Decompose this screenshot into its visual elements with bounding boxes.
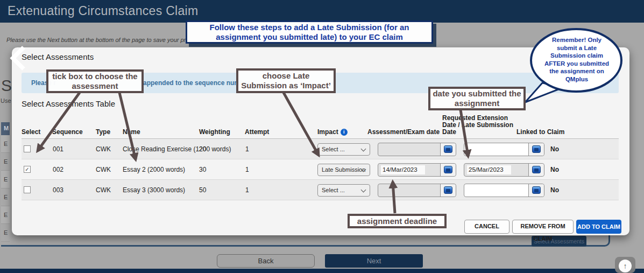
modal-title: Select Assessments [22,52,94,61]
cell-weighting: 20 [199,139,206,159]
header-attempt: Attempt [245,129,269,136]
cell-attempt: 1 [245,180,249,200]
cell-linked-to-claim: No [550,139,559,159]
chevron-down-icon [361,146,366,152]
calendar-icon [532,166,541,173]
calendar-icon [444,145,452,153]
calendar-button[interactable] [440,143,456,156]
add-to-claim-button[interactable]: ADD TO CLAIM [576,220,621,234]
annotation-tick-box: tick box to choose the assessment [46,69,144,93]
info-bar-text-right: appended to the sequence number [143,79,250,87]
requested-date-field[interactable] [464,143,544,156]
info-icon[interactable]: i [341,129,348,136]
assessment-date-value: 14/Mar/2023 [381,165,425,174]
table-row: 001 CWK Close Reading Exercise (1200 wor… [22,139,619,159]
page-title: Extenuating Circumstances Claim [8,4,198,18]
cell-type: CWK [96,159,111,180]
annotation-date-submitted: date you submitted the assignment [428,87,526,110]
calendar-icon [532,186,541,194]
cell-sequence: 003 [53,180,63,200]
assessment-date-field[interactable]: 14/Mar/2023 [378,163,456,177]
header-sequence: Sequence [52,129,83,136]
page: Extenuating Circumstances Claim Please u… [0,0,644,273]
impact-dropdown[interactable]: Late Submission [317,164,370,176]
table-heading: Select Assessments Table [22,99,115,108]
table-header-row: Select Sequence Type Name Weighting Atte… [22,117,619,139]
assessment-date-field[interactable] [378,184,456,197]
scroll-to-top-button[interactable]: ↑ [615,257,635,273]
cell-name: Essay 2 (2000 words) [123,159,185,180]
page-instruction-text: Please use the Next button at the bottom… [6,37,212,43]
header-name: Name [123,129,140,136]
header-linked-to-claim: Linked to Claim [516,129,564,136]
row-checkbox[interactable]: ✓ [24,166,31,173]
header-impact: Impact i [317,129,348,136]
header-weighting: Weighting [199,129,230,136]
background-row-fragment: E [1,135,10,153]
app-header: Extenuating Circumstances Claim [0,0,644,23]
row-checkbox[interactable] [24,145,31,152]
impact-dropdown-value: Select ... [322,146,345,152]
annotation-deadline: assignment deadline [348,214,447,228]
header-impact-label: Impact [317,129,338,136]
impact-dropdown[interactable]: Select ... [317,184,370,197]
calendar-button[interactable] [528,143,544,156]
cell-attempt: 1 [245,139,249,159]
calendar-button[interactable] [440,164,456,176]
header-type: Type [96,129,110,136]
background-table-header-fragment: M [1,122,10,135]
calendar-icon [532,145,541,153]
calendar-button[interactable] [528,164,544,176]
steps-callout: Follow these steps to add a Late Submiss… [186,20,433,44]
calendar-button[interactable] [528,184,544,197]
impact-dropdown[interactable]: Select ... [317,143,370,156]
background-subtext-fragment: Use [1,97,11,104]
bottom-bar [0,269,644,273]
header-assessment-date: Assessment/Exam date [367,129,440,136]
header-requested-date: Requested Extension Date / Late Submissi… [442,115,514,136]
requested-date-field[interactable] [464,184,544,197]
calendar-icon [444,166,452,173]
background-row-fragment: E [1,188,10,206]
table-row: 003 CWK Essay 3 (3000 words) 50 1 Select… [22,180,619,200]
cell-type: CWK [96,180,111,200]
impact-dropdown-value: Late Submission [322,166,365,173]
table-row: ✓ 002 CWK Essay 2 (2000 words) 30 1 Late… [22,159,619,180]
impact-dropdown-value: Select ... [322,187,345,193]
cell-linked-to-claim: No [550,180,559,200]
annotation-impact: choose Late Submission as ‘Impact’ [236,68,336,93]
cell-weighting: 50 [199,180,206,200]
back-button[interactable]: Back [217,254,315,268]
requested-date-value: 25/Mar/2023 [467,165,511,174]
requested-date-field[interactable]: 25/Mar/2023 [464,163,544,177]
speech-bubble-text: Remember! Only submit a Late Submission … [537,36,616,83]
next-button[interactable]: Next [325,254,423,268]
cell-type: CWK [96,139,111,159]
remove-from-claim-button[interactable]: REMOVE FROM CLAIM [512,220,574,234]
cell-linked-to-claim: No [550,159,559,180]
calendar-icon [444,186,452,194]
header-select: Select [22,129,40,136]
cell-attempt: 1 [245,159,249,180]
cell-name: Close Reading Exercise (1200 words) [123,139,231,159]
assessment-date-field[interactable] [378,143,456,156]
cell-weighting: 30 [199,159,206,180]
arrow-up-icon: ↑ [619,260,632,272]
row-checkbox[interactable] [24,186,31,193]
calendar-button[interactable] [440,184,456,197]
cell-sequence: 001 [53,139,63,159]
chevron-down-icon [361,187,366,193]
cell-sequence: 002 [53,159,63,180]
background-row-fragment: E [1,153,10,171]
background-row-fragment: E [1,171,10,188]
background-heading-fragment: S [1,76,12,95]
cell-name: Essay 3 (3000 words) [123,180,185,200]
cancel-button[interactable]: CANCEL [464,220,509,234]
